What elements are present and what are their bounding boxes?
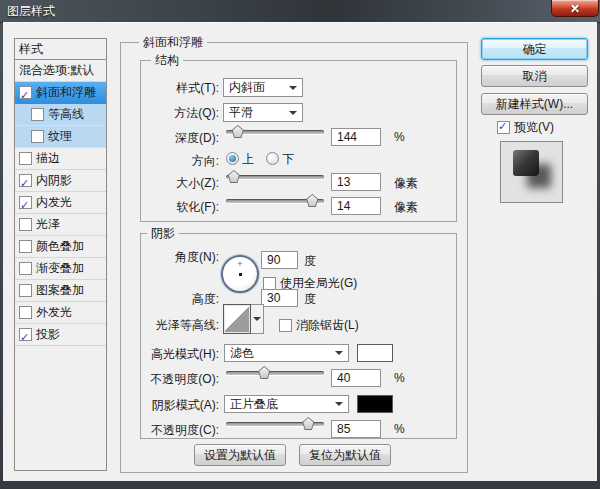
highlight-opacity-input[interactable]: 40 — [331, 369, 381, 387]
angle-field-label: 角度(N): — [141, 249, 219, 266]
style-checkbox[interactable] — [19, 218, 32, 231]
bevel-style-dropdown[interactable]: 内斜面 — [223, 78, 303, 97]
style-list-item[interactable]: 投影 — [15, 324, 106, 346]
direction-down-radio[interactable]: 下 — [266, 151, 294, 168]
style-list-item[interactable]: 光泽 — [15, 214, 106, 236]
preview-layer-square — [513, 150, 539, 176]
style-list-item[interactable]: 渐变叠加 — [15, 258, 106, 280]
angle-dial[interactable]: + — [221, 255, 259, 293]
style-label: 描边 — [32, 148, 60, 169]
style-checkbox[interactable] — [19, 262, 32, 275]
slider-track[interactable] — [226, 371, 324, 375]
highlight-color-swatch[interactable] — [357, 344, 393, 362]
gloss-contour-field-label: 光泽等高线: — [141, 317, 219, 334]
slider-thumb[interactable] — [232, 125, 244, 138]
angle-unit: 度 — [304, 253, 316, 270]
style-checkbox[interactable] — [19, 86, 32, 99]
depth-slider[interactable] — [226, 124, 324, 139]
cancel-button[interactable]: 取消 — [481, 65, 588, 87]
gloss-contour-swatch[interactable] — [223, 304, 251, 334]
style-checkbox[interactable] — [19, 306, 32, 319]
style-list-item[interactable]: 内发光 — [15, 192, 106, 214]
highlight-opacity-unit: % — [394, 371, 405, 385]
set-default-button[interactable]: 设置为默认值 — [194, 444, 286, 466]
style-list-item[interactable]: 内阴影 — [15, 170, 106, 192]
anti-alias-checkbox[interactable] — [279, 319, 292, 332]
highlight-mode-dropdown[interactable]: 滤色 — [224, 344, 349, 362]
style-checkbox[interactable] — [19, 174, 32, 187]
shading-title: 阴影 — [147, 226, 179, 240]
altitude-field-label: 高度: — [141, 291, 219, 308]
highlight-opacity-slider[interactable] — [226, 365, 324, 380]
style-label: 混合选项:默认 — [15, 60, 94, 81]
soften-slider[interactable] — [226, 193, 324, 208]
highlight-mode-value: 滤色 — [230, 346, 254, 360]
radio-icon[interactable] — [266, 152, 279, 165]
shading-group: 阴影 角度(N): + 90 度 使用全局光(G) 高度: 30 度 光泽等高线… — [140, 233, 457, 439]
style-list-item[interactable]: 混合选项:默认 — [15, 60, 106, 82]
preview-option[interactable]: 预览(V) — [497, 119, 554, 136]
depth-field-label: 深度(D): — [141, 130, 219, 147]
angle-pointer-icon[interactable]: + — [237, 260, 242, 269]
style-list-item[interactable]: 描边 — [15, 148, 106, 170]
technique-dropdown[interactable]: 平滑 — [223, 103, 303, 122]
shadow-opacity-input[interactable]: 85 — [331, 420, 381, 438]
anti-alias-option[interactable]: 消除锯齿(L) — [279, 317, 359, 334]
slider-track[interactable] — [226, 175, 324, 179]
structure-group: 结构 样式(T): 内斜面 方法(Q): 平滑 深度(D): 144 % 方向:… — [140, 60, 457, 222]
slider-thumb[interactable] — [306, 194, 318, 207]
direction-field-label: 方向: — [141, 153, 219, 170]
shadow-mode-dropdown[interactable]: 正片叠底 — [224, 395, 349, 413]
soften-input[interactable]: 14 — [331, 197, 381, 215]
style-label: 等高线 — [44, 104, 84, 125]
style-checkbox[interactable] — [19, 196, 32, 209]
chevron-down-icon — [335, 402, 343, 406]
new-style-button[interactable]: 新建样式(W)... — [481, 93, 588, 115]
style-label: 内阴影 — [32, 170, 72, 191]
style-label: 外发光 — [32, 302, 72, 323]
shadow-opacity-slider[interactable] — [226, 416, 324, 431]
close-button[interactable] — [551, 0, 599, 17]
depth-unit: % — [394, 130, 405, 144]
slider-thumb[interactable] — [302, 417, 314, 430]
style-label: 投影 — [32, 324, 60, 345]
size-slider[interactable] — [226, 169, 324, 184]
style-checkbox[interactable] — [19, 284, 32, 297]
slider-thumb[interactable] — [228, 170, 240, 183]
style-checkbox[interactable] — [31, 108, 44, 121]
style-list-item[interactable]: 外发光 — [15, 302, 106, 324]
size-input[interactable]: 13 — [331, 173, 381, 191]
style-list-item[interactable]: 纹理 — [15, 126, 106, 148]
style-list-item[interactable]: 斜面和浮雕 — [15, 82, 106, 104]
altitude-input[interactable]: 30 — [261, 289, 298, 307]
gloss-contour-dropdown[interactable] — [251, 304, 264, 334]
window-title: 图层样式 — [7, 3, 55, 20]
panel-title: 斜面和浮雕 — [139, 35, 207, 49]
angle-input[interactable]: 90 — [261, 251, 298, 269]
style-list: 混合选项:默认 斜面和浮雕 等高线 纹理 描边 内阴影 内发光 光泽 颜色叠加 … — [15, 60, 106, 346]
style-label: 斜面和浮雕 — [32, 82, 96, 103]
style-checkbox[interactable] — [19, 152, 32, 165]
title-bar[interactable]: 图层样式 — [0, 0, 600, 23]
shadow-mode-field-label: 阴影模式(A): — [141, 397, 219, 414]
depth-input[interactable]: 144 — [331, 128, 381, 146]
style-list-item[interactable]: 等高线 — [15, 104, 106, 126]
slider-thumb[interactable] — [258, 366, 270, 379]
style-list-item[interactable]: 图案叠加 — [15, 280, 106, 302]
radio-icon[interactable] — [226, 152, 239, 165]
preview-label: 预览(V) — [514, 119, 554, 136]
shadow-color-swatch[interactable] — [357, 395, 393, 413]
direction-up-radio[interactable]: 上 — [226, 151, 254, 168]
style-checkbox[interactable] — [31, 130, 44, 143]
style-checkbox[interactable] — [19, 240, 32, 253]
style-label: 颜色叠加 — [32, 236, 84, 257]
style-label: 内发光 — [32, 192, 72, 213]
preview-checkbox[interactable] — [497, 121, 510, 134]
direction-up-label: 上 — [242, 152, 254, 166]
ok-button[interactable]: 确定 — [481, 38, 588, 60]
bevel-style-value: 内斜面 — [229, 80, 265, 94]
reset-default-button[interactable]: 复位为默认值 — [299, 444, 391, 466]
altitude-unit: 度 — [304, 291, 316, 308]
style-checkbox[interactable] — [19, 328, 32, 341]
style-list-item[interactable]: 颜色叠加 — [15, 236, 106, 258]
